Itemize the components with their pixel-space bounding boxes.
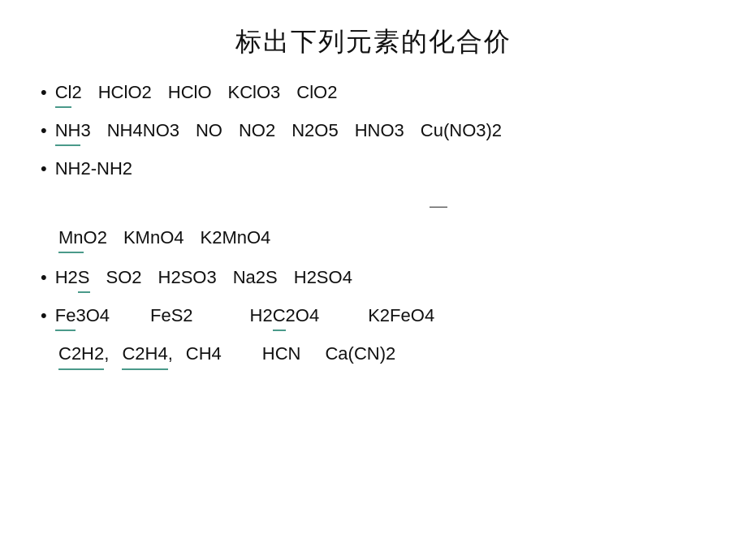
formula-c2h2: C2H2, (58, 339, 109, 369)
bullet-nitrogen1: • (41, 116, 47, 144)
formula-n2o5: N2O5 (291, 116, 338, 144)
formula-mno2: MnO2 (58, 223, 107, 253)
formula-group-nitrogen1: NH3 NH4NO3 NO NO2 N2O5 HNO3 Cu(NO3)2 (55, 116, 518, 146)
formula-kclo3: KClO3 (228, 78, 281, 106)
row-nitrogen2: • NH2-NH2 (41, 154, 706, 183)
formula-clo2: ClO2 (296, 78, 337, 106)
formula-group-chlorine: Cl2 HClO2 HClO KClO3 ClO2 (55, 78, 354, 108)
formula-ch4: CH4 (186, 339, 222, 368)
bullet-nitrogen2: • (41, 154, 47, 183)
bullet-sulfur: • (41, 263, 47, 291)
formula-hcn: HCN (262, 339, 301, 368)
row-manganese: MnO2 KMnO4 K2MnO4 (58, 223, 706, 253)
formula-c2h4: C2H4, (122, 339, 172, 369)
formula-k2mno4: K2MnO4 (201, 223, 271, 252)
row-sulfur: • H2S SO2 H2SO3 Na2S H2SO4 (41, 263, 706, 293)
content-area: • Cl2 HClO2 HClO KClO3 ClO2 • NH3 NH4NO3… (41, 78, 706, 370)
bullet-chlorine: • (41, 78, 47, 106)
row-nitrogen1: • NH3 NH4NO3 NO NO2 N2O5 HNO3 Cu(NO3)2 (41, 116, 706, 146)
formula-na2s: Na2S (233, 263, 278, 291)
formula-fe3o4: Fe3O4 (55, 301, 110, 331)
row-chlorine: • Cl2 HClO2 HClO KClO3 ClO2 (41, 78, 706, 108)
formula-hclo2: HClO2 (98, 78, 152, 106)
bullet-iron: • (41, 301, 47, 330)
formula-no: NO (196, 116, 222, 144)
formula-no2: NO2 (239, 116, 275, 144)
formula-cacn2: Ca(CN)2 (325, 339, 395, 368)
formula-h2so4: H2SO4 (294, 263, 352, 291)
row-iron: • Fe3O4 FeS2 H2C2O4 K2FeO4 (41, 301, 706, 331)
formula-cl2: Cl2 (55, 78, 82, 108)
formula-h2so3: H2SO3 (158, 263, 217, 291)
formula-group-manganese: MnO2 KMnO4 K2MnO4 (58, 223, 287, 253)
formula-kmno4: KMnO4 (123, 223, 184, 252)
formula-fes2: FeS2 (150, 301, 193, 330)
row-carbon: C2H2, C2H4, CH4 HCN Ca(CN)2 (58, 339, 706, 369)
formula-nh4no3: NH4NO3 (107, 116, 179, 144)
formula-hno3: HNO3 (355, 116, 404, 144)
page-title: 标出下列元素的化合价 (41, 24, 706, 60)
formula-k2feo4: K2FeO4 (368, 301, 434, 330)
formula-group-sulfur: H2S SO2 H2SO3 Na2S H2SO4 (55, 263, 369, 293)
formula-group-carbon: C2H2, C2H4, CH4 HCN Ca(CN)2 (58, 339, 412, 369)
formula-group-iron: Fe3O4 FeS2 H2C2O4 K2FeO4 (55, 301, 451, 331)
formula-cuno32: Cu(NO3)2 (421, 116, 502, 144)
formula-so2: SO2 (106, 263, 142, 291)
formula-nh2nh2: NH2-NH2 (55, 154, 132, 183)
formula-group-nitrogen2: NH2-NH2 (55, 154, 149, 183)
slide: 标出下列元素的化合价 • Cl2 HClO2 HClO KClO3 ClO2 •… (0, 0, 747, 560)
formula-hclo: HClO (168, 78, 212, 106)
formula-h2s: H2S (55, 263, 90, 293)
formula-h2c2o4: H2C2O4 (250, 301, 320, 331)
formula-nh3: NH3 (55, 116, 91, 146)
